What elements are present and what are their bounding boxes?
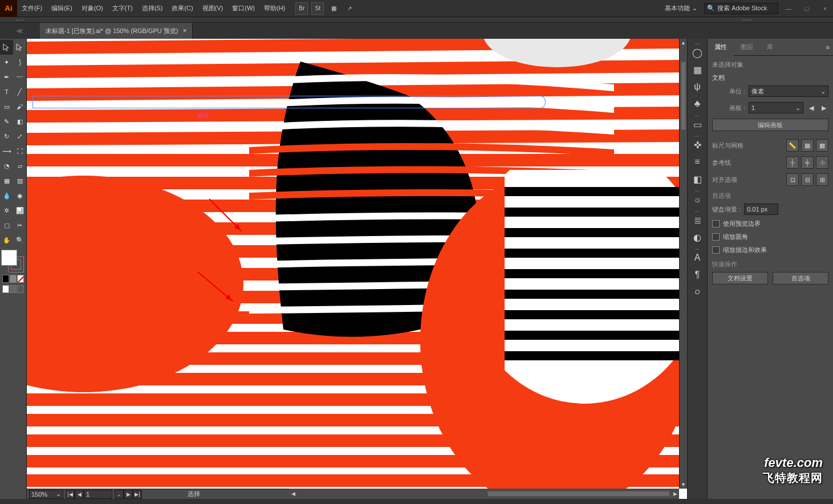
next-artboard-button[interactable]: ▶: [819, 101, 828, 114]
opentype-panel-icon[interactable]: O: [689, 284, 705, 300]
scroll-left-icon[interactable]: ◀: [289, 490, 297, 498]
canvas[interactable]: 路径 ▲ ▼ 150%⌄ |◀ ◀ 1 ⌄ ▶ ▶| 选择 ◀: [27, 39, 687, 499]
dock-handle[interactable]: ••: [689, 41, 705, 43]
dock-handle[interactable]: ••: [689, 188, 705, 190]
scroll-up-icon[interactable]: ▲: [680, 39, 687, 47]
artboard-tool[interactable]: ▢: [0, 218, 13, 233]
transform-panel-icon[interactable]: ✜: [689, 137, 705, 153]
lock-guides-icon[interactable]: ╪: [801, 156, 814, 169]
hand-tool[interactable]: ✋: [0, 233, 13, 247]
stock-search[interactable]: 🔍 搜索 Adobe Stock: [704, 3, 778, 14]
paintbrush-tool[interactable]: 🖌: [13, 99, 26, 114]
gradient-tool[interactable]: ▨: [13, 173, 26, 188]
snap-point-icon[interactable]: ⊟: [801, 173, 814, 186]
direct-selection-tool[interactable]: [13, 40, 26, 55]
control-panel-collapsed[interactable]: •••• ••••: [0, 17, 833, 23]
document-setup-button[interactable]: 文档设置: [712, 272, 768, 284]
tab-properties[interactable]: 属性: [708, 39, 734, 56]
artboard-number[interactable]: 1: [84, 490, 112, 499]
tab-layers[interactable]: 图层: [734, 39, 760, 55]
menu-file[interactable]: 文件(F): [17, 0, 47, 17]
draw-normal-icon[interactable]: [2, 285, 9, 293]
transparency-grid-icon[interactable]: ▩: [816, 139, 828, 152]
perspective-tool[interactable]: ▱: [13, 158, 26, 173]
menu-view[interactable]: 视图(V): [198, 0, 228, 17]
dock-handle[interactable]: ••: [689, 133, 705, 136]
menu-window[interactable]: 窗口(W): [227, 0, 259, 17]
horizontal-scroll-thumb[interactable]: [487, 491, 670, 497]
scale-tool[interactable]: ⤢: [13, 129, 26, 144]
key-increment-input[interactable]: 0.01 px: [744, 204, 778, 215]
panel-drag-handle[interactable]: ••••: [0, 17, 40, 22]
eraser-tool[interactable]: ◧: [13, 114, 26, 129]
vertical-scroll-thumb[interactable]: [681, 62, 686, 130]
ruler-icon[interactable]: 📏: [786, 139, 799, 152]
appearance-panel-icon[interactable]: ☼: [689, 192, 705, 208]
preview-bounds-checkbox[interactable]: [712, 220, 720, 227]
character-panel-icon[interactable]: A: [689, 250, 705, 266]
vertical-scrollbar[interactable]: ▲ ▼: [679, 39, 687, 489]
mesh-tool[interactable]: ▦: [0, 173, 13, 188]
zoom-tool[interactable]: 🔍: [13, 233, 26, 247]
slice-tool[interactable]: ✂: [13, 218, 26, 233]
horizontal-scrollbar[interactable]: ◀ ▶: [289, 489, 679, 499]
gradient-panel-icon[interactable]: ◐: [689, 229, 705, 245]
draw-inside-icon[interactable]: [17, 285, 24, 293]
prev-artboard-button[interactable]: ◀: [807, 101, 816, 114]
next-artboard-icon[interactable]: ▶: [124, 490, 133, 499]
menu-object[interactable]: 对象(O): [77, 0, 108, 17]
paragraph-panel-icon[interactable]: ¶: [689, 267, 705, 283]
show-guides-icon[interactable]: ┼: [786, 156, 799, 169]
magic-wand-tool[interactable]: ✦: [0, 55, 13, 70]
fill-stroke-swatch[interactable]: [1, 250, 24, 273]
selection-tool[interactable]: [0, 40, 13, 55]
curvature-tool[interactable]: 〰: [13, 70, 26, 84]
menu-edit[interactable]: 编辑(E): [47, 0, 77, 17]
window-close[interactable]: ×: [817, 3, 833, 14]
menu-effect[interactable]: 效果(C): [167, 0, 197, 17]
align-panel-icon[interactable]: ≡: [689, 154, 705, 170]
gpu-icon[interactable]: ↗: [343, 2, 356, 15]
symbols-panel-icon[interactable]: ♣: [689, 96, 705, 112]
workspace-switcher[interactable]: 基本功能 ⌄: [660, 2, 702, 14]
scroll-right-icon[interactable]: ▶: [671, 490, 679, 498]
prev-artboard-icon[interactable]: ◀: [75, 490, 84, 499]
document-tab[interactable]: 未标题-1 [已恢复].ai* @ 150% (RGB/GPU 预览) ×: [40, 23, 193, 39]
grid-icon[interactable]: ▦: [801, 139, 814, 152]
width-tool[interactable]: ⟿: [0, 144, 13, 158]
menu-type[interactable]: 文字(T): [108, 0, 137, 17]
smart-guides-icon[interactable]: ⊹: [816, 156, 828, 169]
gradient-mode-swatch[interactable]: [10, 275, 17, 283]
swatches-panel-icon[interactable]: ▦: [689, 62, 705, 78]
window-minimize[interactable]: —: [781, 3, 797, 14]
arrange-icon[interactable]: ▦: [327, 2, 340, 15]
brushes-panel-icon[interactable]: ψ: [689, 79, 705, 95]
shaper-tool[interactable]: ✎: [0, 114, 13, 129]
panel-drag-handle-right[interactable]: ••••: [662, 17, 833, 22]
dock-handle[interactable]: ••: [689, 113, 705, 115]
scroll-down-icon[interactable]: ▼: [680, 481, 687, 489]
fill-swatch[interactable]: [1, 250, 17, 266]
artboard-select[interactable]: 1⌄: [749, 102, 803, 113]
none-mode-swatch[interactable]: [17, 275, 24, 283]
window-maximize[interactable]: □: [799, 3, 815, 14]
pathfinder-panel-icon[interactable]: ◧: [689, 171, 705, 187]
toolbox-collapse-icon[interactable]: ≪: [0, 27, 40, 35]
units-select[interactable]: 像素⌄: [749, 86, 828, 97]
bridge-icon[interactable]: Br: [295, 2, 308, 15]
edit-artboards-button[interactable]: 编辑画板: [712, 119, 828, 131]
stroke-panel-icon[interactable]: ▭: [689, 116, 705, 132]
eyedropper-tool[interactable]: 💧: [0, 188, 13, 203]
first-artboard-icon[interactable]: |◀: [66, 490, 75, 499]
graph-tool[interactable]: 📊: [13, 203, 26, 218]
artboard-dropdown-icon[interactable]: ⌄: [115, 490, 124, 499]
line-tool[interactable]: ╱: [13, 84, 26, 99]
lasso-tool[interactable]: ⟆: [13, 55, 26, 70]
rectangle-tool[interactable]: ▭: [0, 99, 13, 114]
pen-tool[interactable]: ✒: [0, 70, 13, 84]
preferences-button[interactable]: 首选项: [773, 272, 828, 284]
scale-corners-checkbox[interactable]: [712, 233, 720, 241]
color-panel-icon[interactable]: ◯: [689, 44, 705, 60]
color-mode-swatch[interactable]: [2, 275, 9, 283]
panel-menu-icon[interactable]: ≡: [823, 39, 833, 55]
